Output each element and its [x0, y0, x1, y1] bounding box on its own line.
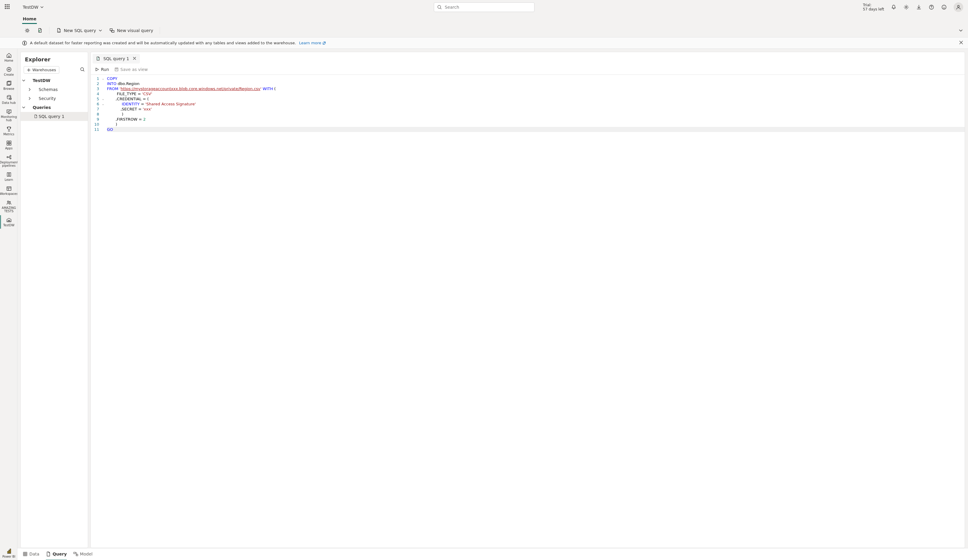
tree-node-sql-query-1[interactable]: SQL query 1 — [21, 112, 88, 121]
ribbon-collapse-button[interactable] — [956, 28, 966, 33]
trophy-icon — [6, 126, 12, 132]
ribbon-tab-home[interactable]: Home — [22, 15, 37, 24]
nav-testdw[interactable]: TestDW — [0, 215, 17, 229]
nav-workspaces[interactable]: Workspaces — [0, 184, 17, 197]
svg-rect-21 — [9, 144, 11, 145]
browse-icon — [6, 81, 12, 86]
nav-powerbi[interactable]: Power BI — [0, 547, 17, 560]
sql-file-icon — [96, 56, 100, 61]
download-button[interactable] — [916, 4, 922, 10]
powerbi-icon — [6, 548, 12, 554]
nav-browse[interactable]: Browse — [0, 79, 17, 92]
feedback-button[interactable] — [941, 4, 947, 10]
nav-apps[interactable]: Apps — [0, 138, 17, 152]
search-input[interactable] — [444, 5, 531, 10]
help-button[interactable] — [928, 4, 935, 10]
app-launcher-icon[interactable] — [5, 4, 11, 10]
bottom-tab-data[interactable]: Data — [23, 548, 39, 560]
svg-point-5 — [27, 30, 28, 31]
refresh-button[interactable] — [22, 26, 32, 35]
svg-rect-29 — [9, 550, 10, 553]
nav-create[interactable]: Create — [0, 64, 17, 78]
sql-file-icon: SQL — [56, 28, 61, 33]
home-icon — [6, 52, 12, 58]
svg-point-23 — [10, 155, 11, 157]
explorer-title: Explorer — [21, 52, 88, 66]
save-view-icon — [114, 67, 119, 71]
workspace-breadcrumb[interactable]: TestDW — [23, 5, 44, 10]
learn-more-link[interactable]: Learn more — [299, 41, 326, 45]
nav-amazing-tests[interactable]: AMAZING TESTS — [0, 198, 17, 215]
svg-point-11 — [24, 42, 25, 43]
svg-point-0 — [438, 5, 441, 8]
svg-point-31 — [81, 68, 84, 71]
explorer-search-button[interactable] — [80, 67, 85, 73]
editor-tab-close-button[interactable] — [132, 56, 137, 62]
global-search[interactable] — [434, 2, 534, 12]
sql-file-icon — [33, 114, 38, 119]
plus-circle-icon — [6, 66, 12, 73]
chevron-down-icon — [22, 106, 25, 109]
file-refresh-icon — [37, 28, 43, 33]
infobar-message: A default dataset for faster reporting w… — [30, 41, 296, 45]
nav-learn[interactable]: Learn — [0, 170, 17, 183]
apps-icon — [6, 140, 12, 146]
ingest-button[interactable] — [35, 26, 45, 35]
code-content[interactable]: COPY INTO dbo.Region FROM 'https://mysto… — [105, 75, 965, 548]
book-icon — [6, 172, 12, 177]
user-avatar[interactable] — [954, 2, 963, 12]
bottom-tab-query[interactable]: Query — [46, 548, 66, 560]
chevron-right-icon — [28, 97, 31, 100]
tree-node-schemas[interactable]: Schemas — [21, 85, 88, 94]
svg-rect-30 — [10, 549, 11, 553]
svg-point-27 — [9, 202, 10, 203]
search-icon — [80, 67, 85, 72]
new-sql-query-button[interactable]: SQL New SQL query — [54, 26, 104, 35]
svg-point-1 — [906, 7, 907, 8]
nav-monitoring[interactable]: Monitoring hub — [0, 107, 17, 124]
info-icon — [22, 41, 27, 46]
close-icon — [959, 40, 963, 45]
svg-rect-8 — [112, 31, 114, 32]
tree-node-testdw[interactable]: TestDW — [21, 76, 88, 85]
notifications-button[interactable] — [891, 4, 897, 10]
datahub-icon — [6, 94, 12, 101]
download-icon — [916, 5, 922, 10]
bottom-tab-model[interactable]: Model — [73, 548, 93, 560]
play-icon — [95, 67, 99, 71]
chevron-down-icon — [99, 29, 102, 32]
monitor-icon — [6, 109, 12, 115]
svg-rect-33 — [23, 552, 27, 556]
nav-pipelines[interactable]: Deployment pipelines — [0, 152, 17, 169]
tree-node-queries[interactable]: Queries — [21, 103, 88, 112]
table-icon — [23, 552, 28, 557]
workspace-name: TestDW — [23, 5, 38, 10]
infobar-close-button[interactable] — [959, 40, 963, 46]
nav-metrics[interactable]: Metrics — [0, 124, 17, 138]
tree-node-security[interactable]: Security — [21, 94, 88, 103]
editor-tab-sql-query-1[interactable]: SQL query 1 — [93, 54, 140, 63]
help-icon — [929, 5, 934, 10]
code-editor[interactable]: 1234567891011 ⌄ ⌄⌄ COPY INTO dbo.Region … — [91, 75, 965, 548]
svg-rect-35 — [76, 554, 78, 556]
nav-home[interactable]: Home — [0, 51, 17, 64]
svg-point-15 — [7, 96, 11, 97]
new-visual-query-button[interactable]: New visual query — [107, 26, 156, 35]
svg-point-3 — [942, 5, 946, 9]
ribbon-separator — [49, 27, 50, 34]
trial-status: Trial: 57 days left — [863, 3, 884, 12]
run-button[interactable]: Run — [95, 67, 109, 72]
sql-file-icon — [46, 552, 51, 557]
settings-button[interactable] — [903, 4, 909, 10]
pipeline-icon — [6, 154, 12, 160]
svg-rect-18 — [7, 141, 9, 143]
person-icon — [956, 5, 961, 10]
save-as-view-button: Save as view — [114, 67, 148, 72]
fold-column: ⌄ ⌄⌄ — [101, 75, 105, 548]
plus-icon — [27, 68, 31, 72]
smiley-icon — [941, 5, 947, 10]
visual-query-icon — [109, 28, 115, 33]
add-warehouse-button[interactable]: Warehouses — [24, 66, 59, 74]
nav-datahub[interactable]: Data hub — [0, 93, 17, 106]
warehouse-icon — [6, 217, 12, 223]
